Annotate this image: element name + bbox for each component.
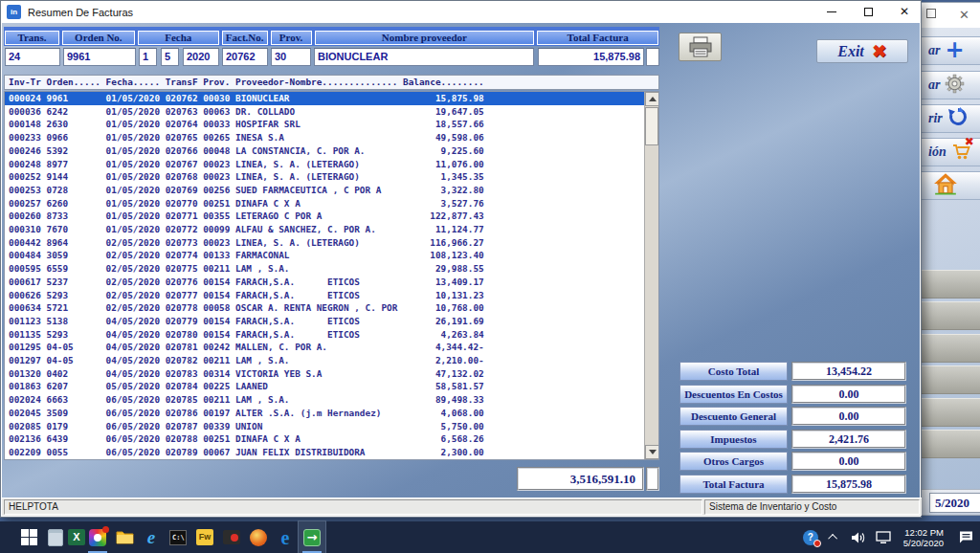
print-button[interactable]	[679, 33, 722, 61]
list-scrollbar[interactable]	[644, 92, 658, 459]
list-row[interactable]: 002085 0179 06/05/2020 020787 00339 UNIO…	[5, 420, 658, 433]
taskbar-icon-inventory-app[interactable]: →	[299, 521, 325, 553]
fecha-mes-input[interactable]: 5	[161, 48, 179, 66]
list-row[interactable]: 000024 9961 01/05/2020 020762 00030 BION…	[5, 92, 658, 105]
resumen-de-facturas-window: in Resumen De Facturas ✕ Trans.Orden No.…	[0, 0, 922, 518]
background-window-button-5[interactable]	[918, 171, 980, 200]
list-row[interactable]: 000233 0966 01/05/2020 020765 00265 INES…	[5, 131, 658, 144]
summary-label-descuentos-en-costos[interactable]: Descuentos En Costos	[679, 385, 788, 404]
list-row[interactable]: 000626 5293 02/05/2020 020777 00154 FARA…	[5, 289, 658, 302]
taskbar-icon-internet-explorer[interactable]: e	[138, 521, 165, 553]
taskbar-icon-file-explorer[interactable]	[111, 521, 138, 553]
clock-time: 12:02 PM	[903, 527, 944, 538]
fecha-ano-input[interactable]: 2020	[183, 48, 219, 66]
close-button[interactable]: ✕	[889, 1, 920, 22]
taskbar-icon-fireworks[interactable]: Fw	[191, 521, 218, 553]
list-row[interactable]: 001135 5293 04/05/2020 020780 00154 FARA…	[5, 328, 658, 342]
fact-no-input[interactable]: 20762	[222, 48, 268, 66]
list-row[interactable]: 000260 8733 01/05/2020 020771 00355 LETE…	[5, 210, 658, 223]
disabled-button	[918, 301, 980, 330]
background-window-button-2[interactable]: ar	[918, 71, 980, 100]
summary-label-otros-cargos[interactable]: Otros Cargos	[679, 452, 788, 471]
screen-recorder-icon	[223, 528, 241, 546]
list-row[interactable]: 001123 5138 04/05/2020 020779 00154 FARA…	[5, 315, 658, 328]
list-row[interactable]: 000442 8964 02/05/2020 020773 00023 LINE…	[5, 236, 658, 250]
window-body: Trans.Orden No.FechaFact.No.Prov.Nombre …	[2, 23, 920, 498]
list-row[interactable]: 000036 6242 01/05/2020 020763 00063 DR. …	[5, 105, 658, 119]
scroll-up-button[interactable]	[645, 92, 659, 106]
nombre-proveedor-input[interactable]: BIONUCLEAR	[314, 48, 534, 66]
fecha-dia-input[interactable]: 1	[139, 48, 157, 66]
list-row[interactable]: 000248 8977 01/05/2020 020767 00023 LINE…	[5, 158, 658, 171]
show-hidden-icons-chevron[interactable]	[823, 521, 846, 553]
summary-label-descuento-general[interactable]: Descuento General	[679, 407, 788, 426]
system-tray: ? 12:02 PM 5/20/2020	[798, 521, 980, 553]
app-icon: in	[7, 5, 21, 19]
summary-value-impuestos: 2,421.76	[791, 430, 906, 449]
browser-icon	[250, 528, 268, 546]
plus-icon: +	[945, 40, 964, 61]
close-icon[interactable]: ✕	[959, 9, 969, 21]
background-window-button-3[interactable]: rir	[918, 104, 980, 133]
taskbar-icon-paint[interactable]	[84, 521, 111, 553]
list-row[interactable]: 001320 0402 04/05/2020 020783 00314 VICT…	[5, 367, 658, 381]
summary-label-total-factura[interactable]: Total Factura	[679, 475, 788, 494]
taskbar-icon-screen-recorder[interactable]	[218, 521, 245, 553]
network-icon[interactable]	[871, 521, 898, 553]
background-window-button-4[interactable]: ión✖	[918, 138, 980, 166]
volume-icon[interactable]	[846, 521, 871, 553]
action-center-icon[interactable]	[951, 521, 980, 553]
exit-button[interactable]: Exit ✖	[816, 39, 908, 63]
list-row[interactable]: 002045 3509 06/05/2020 020786 00197 ALTE…	[5, 407, 658, 420]
list-row[interactable]: 000484 3059 02/05/2020 020774 00133 FARM…	[5, 249, 658, 262]
taskbar-icon-browser[interactable]	[245, 521, 272, 553]
list-row[interactable]: 000617 5237 02/05/2020 020776 00154 FARA…	[5, 276, 658, 289]
disabled-button	[918, 430, 980, 458]
maximize-button[interactable]	[853, 1, 883, 22]
list-row[interactable]: 000595 6559 02/05/2020 020775 00211 LAM …	[5, 262, 658, 276]
red-x-icon: ✖	[872, 42, 887, 60]
help-tray-icon[interactable]: ?	[798, 521, 823, 553]
status-bar: HELPTOTA Sistema de Inventario y Costo	[2, 498, 922, 516]
list-row[interactable]: 002024 6663 06/05/2020 020785 00211 LAM …	[5, 393, 658, 407]
scroll-down-button[interactable]	[645, 445, 659, 459]
taskbar-icon-command-prompt[interactable]: C:\	[165, 521, 191, 553]
total-factura-input[interactable]: 15,875.98	[538, 48, 644, 66]
taskbar-icon-edge[interactable]: e	[272, 521, 299, 553]
list-row[interactable]: 001297 04-05 04/05/2020 020782 00211 LAM…	[5, 354, 658, 367]
list-row[interactable]: 001863 6207 05/05/2020 020784 00225 LAAN…	[5, 380, 658, 393]
summary-value-descuento-general: 0.00	[791, 407, 906, 426]
list-row[interactable]: 000634 5721 02/05/2020 020778 00058 OSCA…	[5, 301, 658, 315]
list-row[interactable]: 000148 2630 01/05/2020 020764 00033 HOSP…	[5, 118, 658, 131]
background-window-button-1[interactable]: ar+	[918, 36, 980, 65]
taskbar-clock[interactable]: 12:02 PM 5/20/2020	[903, 527, 944, 548]
maximize-icon[interactable]	[926, 9, 936, 18]
list-row[interactable]: 002209 0055 06/05/2020 020789 00067 JUAN…	[5, 446, 658, 459]
list-row[interactable]: 001295 04-05 04/05/2020 020781 00242 MAL…	[5, 341, 658, 354]
taskbar-icon-windows-start[interactable]	[15, 521, 42, 553]
list-row[interactable]: 000246 5392 01/05/2020 020766 00048 LA C…	[5, 144, 658, 158]
list-column-header: Inv-Tr Orden..... Fecha..... TransF Prov…	[4, 75, 659, 90]
button-label-fragment: rir	[928, 111, 943, 126]
summary-value-otros-cargos: 0.00	[791, 452, 906, 471]
summary-label-costo-total[interactable]: Costo Total	[679, 362, 788, 381]
list-row[interactable]: 000310 7670 01/05/2020 020772 00099 ALFA…	[5, 223, 658, 236]
list-row[interactable]: 000252 9144 01/05/2020 020768 00023 LINE…	[5, 170, 658, 184]
form-header-fact-no-: Fact.No.	[222, 31, 268, 45]
summary-label-impuestos[interactable]: Impuestos	[679, 430, 788, 449]
status-left: HELPTOTA	[4, 499, 702, 515]
titlebar[interactable]: in Resumen De Facturas ✕	[1, 1, 921, 23]
gear-icon	[945, 74, 965, 98]
list-row[interactable]: 000257 6260 01/05/2020 020770 00251 DINA…	[5, 197, 658, 210]
orden-input[interactable]: 9961	[63, 48, 136, 66]
trans-input[interactable]: 24	[5, 48, 60, 66]
disabled-button	[918, 270, 980, 299]
scrollbar-thumb[interactable]	[645, 107, 658, 145]
grand-total-field: 3,516,591.10	[517, 467, 644, 491]
list-row[interactable]: 002136 6439 06/05/2020 020788 00251 DINA…	[5, 432, 658, 446]
spinner-box[interactable]	[646, 48, 659, 66]
list-row[interactable]: 000253 0728 01/05/2020 020769 00256 SUED…	[5, 184, 658, 197]
prov-input[interactable]: 30	[271, 48, 311, 66]
triangle-down-icon	[649, 450, 657, 454]
minimize-button[interactable]	[816, 1, 847, 22]
